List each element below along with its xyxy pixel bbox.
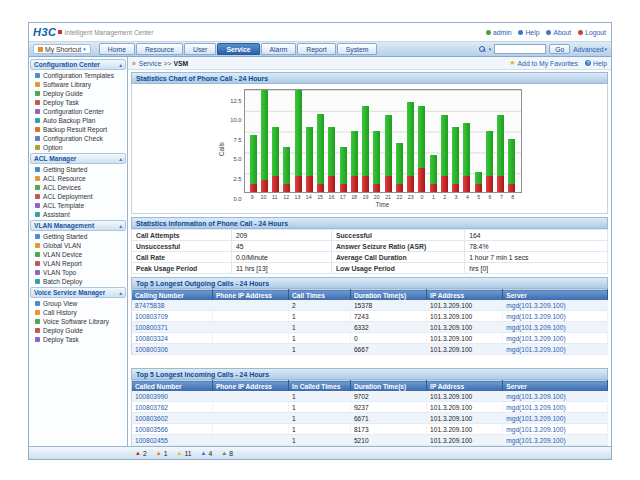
sidebar-item-option[interactable]: Option (30, 143, 126, 152)
sidebar-item-vlan-report[interactable]: VLAN Report (30, 259, 126, 268)
tab-resource[interactable]: Resource (136, 43, 183, 55)
header-link-about[interactable]: About (546, 29, 571, 36)
cell-link[interactable]: 100803566 (132, 424, 213, 435)
alarm-badge-critical[interactable]: ▲2 (135, 450, 147, 457)
successful-bar (407, 102, 414, 175)
add-to-favorites-link[interactable]: ★ Add to My Favorites (509, 59, 578, 67)
sidebar-item-software-library[interactable]: Software Library (30, 80, 126, 89)
page-help-link[interactable]: ? Help (585, 60, 607, 67)
sidebar-item-global-vlan[interactable]: Global VLAN (30, 241, 126, 250)
column-header[interactable]: In Called Times (289, 381, 351, 392)
x-tick-label: 19 (360, 194, 371, 200)
header-link-label: Help (525, 29, 539, 36)
sidebar-item-acl-resource[interactable]: ACL Resource (30, 174, 126, 183)
search-scope-chevron-icon[interactable]: ▾ (489, 46, 492, 52)
sidebar-section-voice-service-manager[interactable]: Voice Service Manager▴ (30, 287, 126, 298)
sidebar-item-assistant[interactable]: Assistant (30, 210, 126, 219)
cell-link[interactable]: 100803762 (132, 402, 213, 413)
sidebar-item-deploy-task[interactable]: Deploy Task (30, 98, 126, 107)
cell-link[interactable]: 100803324 (132, 333, 213, 344)
sidebar-item-acl-deployment[interactable]: ACL Deployment (30, 192, 126, 201)
sidebar-item-voice-software-library[interactable]: Voice Software Library (30, 317, 126, 326)
advanced-search-link[interactable]: Advanced ▾ (573, 46, 607, 53)
column-header[interactable]: Calling Number (132, 290, 213, 301)
search-input[interactable] (494, 44, 546, 54)
cell-link[interactable]: 100800371 (132, 322, 213, 333)
cell-link[interactable]: mgd(101.3.209.100) (503, 300, 608, 311)
sidebar-item-call-history[interactable]: Call History (30, 308, 126, 317)
my-shortcut-menu[interactable]: My Shortcut ▾ (33, 44, 91, 54)
header-link-admin[interactable]: admin (486, 29, 512, 36)
sidebar-item-getting-started[interactable]: Getting Started (30, 165, 126, 174)
sidebar-item-batch-deploy[interactable]: Batch Deploy (30, 277, 126, 286)
sidebar-item-acl-template[interactable]: ACL Template (30, 201, 126, 210)
cell-link[interactable]: 87475838 (132, 300, 213, 311)
sidebar-item-deploy-task[interactable]: Deploy Task (30, 335, 126, 344)
cell-link[interactable]: mgd(101.3.209.100) (503, 344, 608, 355)
column-header[interactable]: Called Number (132, 381, 213, 392)
cell-link[interactable]: 100800306 (132, 344, 213, 355)
chart-bar-group (349, 90, 360, 192)
column-header[interactable]: Server (503, 381, 608, 392)
cell-link[interactable]: 100803990 (132, 391, 213, 402)
cell-link[interactable]: mgd(101.3.209.100) (503, 424, 608, 435)
sidebar-section-acl-manager[interactable]: ACL Manager▴ (30, 153, 126, 164)
tab-report[interactable]: Report (297, 43, 335, 55)
column-header[interactable]: Duration Time(s) (350, 381, 426, 392)
column-header[interactable]: Call Times (289, 290, 351, 301)
sidebar-item-configuration-templates[interactable]: Configuration Templates (30, 71, 126, 80)
header-link-help[interactable]: Help (518, 29, 539, 36)
alarm-badge-normal[interactable]: ▲8 (221, 450, 233, 457)
cell-link[interactable]: mgd(101.3.209.100) (503, 322, 608, 333)
sidebar-item-vlan-topo[interactable]: VLAN Topo (30, 268, 126, 277)
column-header[interactable]: Phone IP Address (212, 381, 288, 392)
collapse-icon[interactable]: ▴ (119, 156, 122, 162)
alarm-badge-warning[interactable]: ▲4 (200, 450, 212, 457)
tab-user[interactable]: User (184, 43, 216, 55)
sidebar-section-vlan-management[interactable]: VLAN Management▴ (30, 220, 126, 231)
column-header[interactable]: IP Address (427, 381, 503, 392)
collapse-icon[interactable]: ▴ (119, 223, 122, 229)
breadcrumb-service[interactable]: Service (139, 60, 162, 67)
header-link-label: About (553, 29, 571, 36)
column-header[interactable]: Phone IP Address (212, 290, 288, 301)
column-header[interactable]: Server (503, 290, 608, 301)
header-link-logout[interactable]: Logout (578, 29, 606, 36)
sidebar-item-acl-devices[interactable]: ACL Devices (30, 183, 126, 192)
sidebar-item-deploy-guide[interactable]: Deploy Guide (30, 326, 126, 335)
alarm-badge-major[interactable]: ▲1 (156, 450, 168, 457)
cell-link[interactable]: 100803709 (132, 311, 213, 322)
collapse-icon[interactable]: ▴ (119, 290, 122, 296)
cell-link[interactable]: mgd(101.3.209.100) (503, 391, 608, 402)
sidebar-item-group-view[interactable]: Group View (30, 299, 126, 308)
tab-home[interactable]: Home (99, 43, 135, 55)
successful-bar (463, 123, 470, 176)
sidebar-item-auto-backup-plan[interactable]: Auto Backup Plan (30, 116, 126, 125)
collapse-icon[interactable]: ▴ (119, 62, 122, 68)
cell-link[interactable]: mgd(101.3.209.100) (503, 413, 608, 424)
sidebar-item-configuration-center[interactable]: Configuration Center (30, 107, 126, 116)
column-header[interactable]: IP Address (427, 290, 503, 301)
alarm-badge-minor[interactable]: ▲11 (176, 450, 191, 457)
chart-plot-column: 91011121314151617181920212223012345678 T… (244, 89, 522, 208)
column-header[interactable]: Duration Time(s) (350, 290, 426, 301)
cell-link[interactable]: mgd(101.3.209.100) (503, 311, 608, 322)
go-button[interactable]: Go (549, 44, 570, 54)
sidebar-item-backup-result-report[interactable]: Backup Result Report (30, 125, 126, 134)
cell-link[interactable]: 100803602 (132, 413, 213, 424)
sidebar-item-deploy-guide[interactable]: Deploy Guide (30, 89, 126, 98)
sidebar-item-label: Deploy Guide (43, 327, 83, 334)
cell-link[interactable]: mgd(101.3.209.100) (503, 333, 608, 344)
cell-link[interactable]: mgd(101.3.209.100) (503, 435, 608, 446)
tab-alarm[interactable]: Alarm (261, 43, 297, 55)
breadcrumb-current: VSM (173, 60, 188, 67)
tab-service[interactable]: Service (217, 43, 259, 55)
sidebar-item-getting-started[interactable]: Getting Started (30, 232, 126, 241)
cell-link[interactable]: mgd(101.3.209.100) (503, 402, 608, 413)
cell-link[interactable]: 100802455 (132, 435, 213, 446)
sidebar-item-vlan-device[interactable]: VLAN Device (30, 250, 126, 259)
tab-system[interactable]: System (337, 43, 378, 55)
sidebar-section-configuration-center[interactable]: Configuration Center▴ (30, 59, 126, 70)
sidebar-item-configuration-check[interactable]: Configuration Check (30, 134, 126, 143)
vlan-topo-icon (35, 270, 40, 275)
